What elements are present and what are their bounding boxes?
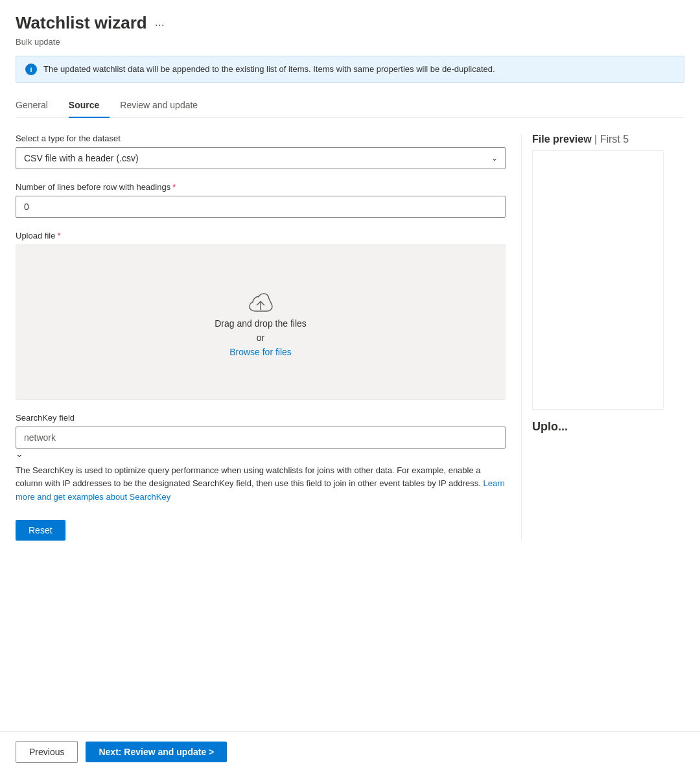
searchkey-description: The SearchKey is used to optimize query …	[16, 464, 506, 504]
footer-bar: Previous Next: Review and update >	[0, 731, 700, 772]
file-preview-separator: | First 5	[594, 134, 629, 145]
page-subtitle: Bulk update	[16, 37, 684, 47]
file-preview-title: File preview | First 5	[532, 134, 664, 145]
drag-drop-text: Drag and drop the files	[215, 318, 307, 329]
reset-button[interactable]: Reset	[16, 520, 65, 541]
next-button[interactable]: Next: Review and update >	[86, 742, 227, 762]
searchkey-chevron-icon: ⌄	[16, 449, 23, 459]
lines-before-heading-group: Number of lines before row with headings…	[16, 182, 506, 218]
upload-file-group: Upload file* Drag and drop the files or …	[16, 231, 506, 400]
upload-label-right: Uplo...	[532, 420, 664, 434]
upload-dropzone[interactable]: Drag and drop the files or Browse for fi…	[16, 244, 506, 400]
lines-before-heading-label: Number of lines before row with headings…	[16, 182, 506, 192]
file-preview-box	[532, 150, 664, 410]
searchkey-field-label: SearchKey field	[16, 413, 506, 423]
browse-files-link[interactable]: Browse for files	[229, 347, 292, 357]
tabs-container: General Source Review and update	[16, 93, 684, 118]
info-icon: i	[25, 64, 37, 75]
cloud-upload-icon	[244, 287, 277, 314]
lines-before-heading-input[interactable]	[16, 196, 506, 218]
info-banner: i The updated watchlist data will be app…	[16, 56, 684, 83]
tab-source[interactable]: Source	[69, 93, 110, 118]
page-title: Watchlist wizard	[16, 13, 147, 33]
more-options-icon[interactable]: ···	[155, 18, 165, 32]
searchkey-field-group: SearchKey field network ⌄ The SearchKey …	[16, 413, 506, 504]
searchkey-field-select[interactable]: network	[16, 427, 506, 449]
info-banner-text: The updated watchlist data will be appen…	[43, 63, 495, 76]
dataset-type-group: Select a type for the dataset CSV file w…	[16, 134, 506, 169]
upload-file-label: Upload file*	[16, 231, 506, 240]
left-panel: Select a type for the dataset CSV file w…	[16, 134, 521, 541]
dataset-type-select[interactable]: CSV file with a header (.csv) CSV file w…	[16, 147, 506, 169]
tab-review[interactable]: Review and update	[120, 93, 208, 118]
or-text: or	[257, 333, 264, 343]
tab-general[interactable]: General	[16, 93, 58, 118]
previous-button[interactable]: Previous	[16, 741, 78, 763]
dataset-type-label: Select a type for the dataset	[16, 134, 506, 143]
right-panel: File preview | First 5 Uplo...	[521, 134, 664, 541]
